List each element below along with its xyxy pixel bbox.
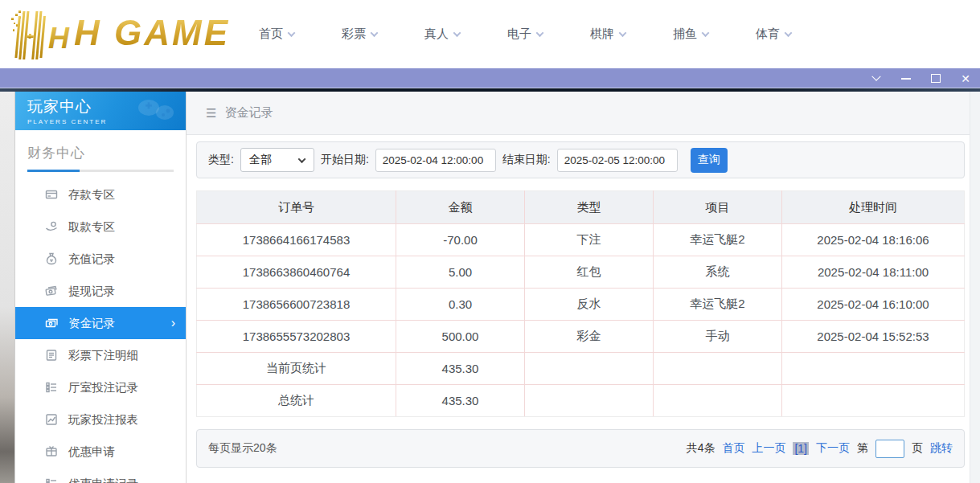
nav-label: 彩票 [342, 27, 366, 42]
type-select[interactable]: 全部 [240, 148, 314, 172]
cell-amount: -70.00 [396, 224, 525, 256]
cell-time: 2025-02-04 18:16:06 [782, 224, 965, 256]
window-maximize-button[interactable] [929, 72, 942, 85]
close-icon: ✕ [961, 73, 970, 84]
window-minimize-button[interactable] [900, 72, 912, 85]
nav-item-sports[interactable]: 体育 [756, 27, 791, 42]
per-page-label: 每页显示20条 [208, 441, 277, 456]
cell-item: 手动 [654, 321, 782, 353]
minimize-icon [901, 78, 911, 80]
start-date-input[interactable] [375, 149, 496, 172]
nav-item-home[interactable]: 首页 [259, 27, 294, 42]
players-center-header: 玩家中心 PLAYERS CENTER [15, 92, 186, 130]
cell-item: 系统 [654, 256, 782, 289]
list-icon [45, 381, 58, 394]
jump-label-pre: 第 [857, 441, 868, 456]
nav-item-lottery[interactable]: 彩票 [342, 27, 377, 42]
sidebar-item-lottery-bet-details[interactable]: 彩票下注明细 [15, 339, 186, 371]
sidebar-item-player-bet-report[interactable]: 玩家投注报表 [15, 403, 186, 436]
svg-text:H: H [48, 22, 70, 55]
sidebar-item-recharge-records[interactable]: 充值记录 [15, 243, 186, 275]
cell-time: 2025-02-04 16:10:00 [782, 289, 965, 321]
list-icon [45, 477, 58, 483]
cell-empty [782, 353, 965, 385]
hamburger-icon[interactable]: ☰ [206, 106, 216, 121]
funds-records-table: 订单号 金额 类型 项目 处理时间 1738664166174583 -70.0… [196, 190, 965, 417]
money-bag-icon [45, 252, 58, 265]
sidebar-item-deposit-zone[interactable]: 存款专区 [15, 178, 186, 211]
cell-amount: 500.00 [396, 321, 525, 353]
sidebar-item-label: 存款专区 [68, 187, 115, 203]
sidebar-item-hall-bet-records[interactable]: 厅室投注记录 [15, 371, 186, 403]
sidebar-item-promo-apply-records[interactable]: 优惠申请记录 [15, 468, 186, 483]
pagination-bar: 每页显示20条 共4条 首页 上一页 [1] 下一页 第 页 跳转 [196, 429, 965, 468]
chevron-down-icon [619, 29, 627, 37]
nav-item-chess[interactable]: 棋牌 [590, 27, 625, 42]
jump-button[interactable]: 跳转 [930, 441, 953, 456]
window-close-button[interactable]: ✕ [959, 72, 972, 85]
summary-amount: 435.30 [396, 385, 525, 417]
nav-label: 真人 [424, 27, 449, 42]
table-row: 1738656600723818 0.30 反水 幸运飞艇2 2025-02-0… [197, 289, 965, 321]
grand-summary-row: 总统计 435.30 [197, 385, 965, 417]
window-titlebar: ✕ [0, 68, 980, 88]
hand-money-icon [45, 220, 58, 233]
gamepad-icon [133, 95, 178, 124]
cell-order-no: 1738663860460764 [197, 256, 396, 289]
cell-empty [654, 385, 782, 417]
nav-label: 体育 [756, 27, 780, 42]
logo-text: H GAME [74, 13, 230, 53]
cell-item: 幸运飞艇2 [654, 224, 782, 256]
table-row: 1738664166174583 -70.00 下注 幸运飞艇2 2025-02… [197, 224, 965, 256]
cell-order-no: 1738664166174583 [197, 224, 396, 256]
section-underline [27, 170, 174, 172]
cell-amount: 5.00 [396, 256, 525, 289]
end-date-input[interactable] [557, 149, 678, 172]
sidebar-item-label: 充值记录 [68, 252, 115, 267]
nav-item-fishing[interactable]: 捕鱼 [673, 27, 708, 42]
sidebar-item-withdrawal-records[interactable]: 提现记录 [15, 275, 186, 307]
breadcrumb-bar: ☰ 资金记录 [187, 92, 980, 135]
gift-coupon-icon [45, 445, 58, 458]
page-jump-input[interactable] [875, 440, 904, 458]
first-page-link[interactable]: 首页 [722, 441, 744, 456]
page-background-strip [0, 92, 14, 483]
cell-type: 反水 [525, 289, 654, 321]
site-logo[interactable]: H H GAME [6, 6, 230, 59]
cell-type: 彩金 [525, 321, 654, 353]
sidebar-item-withdraw-zone[interactable]: 取款专区 [15, 211, 186, 243]
cash-icon [45, 284, 58, 297]
cell-empty [654, 353, 782, 385]
cell-empty [525, 385, 654, 417]
cell-time: 2025-02-04 18:11:00 [782, 256, 965, 289]
summary-label: 总统计 [197, 385, 396, 417]
next-page-link[interactable]: 下一页 [816, 441, 850, 456]
nav-item-live[interactable]: 真人 [424, 27, 460, 42]
sidebar-item-label: 优惠申请记录 [68, 477, 138, 483]
window-dropdown-button[interactable] [870, 72, 883, 85]
type-label: 类型: [208, 153, 234, 167]
cell-order-no: 1738655573202803 [197, 321, 396, 353]
nav-item-slots[interactable]: 电子 [507, 27, 543, 42]
column-header-amount: 金额 [396, 191, 525, 224]
sidebar-item-label: 取款专区 [68, 219, 115, 235]
cell-type: 红包 [525, 256, 654, 289]
chevron-down-icon [785, 29, 793, 37]
sidebar-item-funds-records[interactable]: 资金记录 › [15, 307, 186, 339]
prev-page-link[interactable]: 上一页 [752, 441, 785, 456]
chevron-down-icon [702, 29, 710, 37]
sidebar-menu: 存款专区 取款专区 充值记录 提现记录 [15, 178, 186, 483]
page-summary-row: 当前页统计 435.30 [197, 353, 965, 385]
chevron-down-icon [371, 29, 379, 37]
app-window: H H GAME 首页 彩票 真人 电子 棋牌 捕鱼 [0, 0, 980, 483]
current-page-indicator[interactable]: [1] [793, 442, 809, 455]
sidebar-item-promo-apply[interactable]: 优惠申请 [15, 436, 186, 468]
type-select-value: 全部 [249, 153, 272, 167]
sidebar-item-label: 优惠申请 [68, 444, 115, 460]
sidebar-item-label: 厅室投注记录 [68, 380, 138, 395]
main-panel: ☰ 资金记录 类型: 全部 开始日期: 结束日期: 查询 [187, 92, 980, 483]
finance-section-title: 财务中心 [15, 130, 186, 170]
search-button[interactable]: 查询 [691, 148, 728, 173]
cell-empty [525, 353, 654, 385]
end-date-label: 结束日期: [502, 153, 551, 167]
